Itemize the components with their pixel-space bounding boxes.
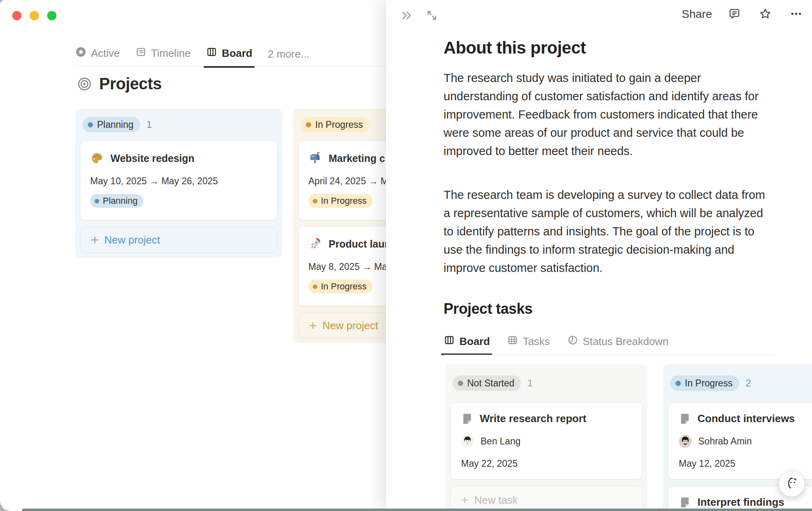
window-bottom-edge (22, 509, 812, 511)
task-column-not-started: Not Started 1 Write research report Ben … (445, 364, 647, 511)
view-tab-more[interactable]: 2 more... (268, 48, 310, 67)
new-task-label: New task (474, 494, 518, 507)
plus-icon: + (91, 233, 99, 246)
minimize-button[interactable] (30, 11, 39, 20)
side-peek-panel: Share About this project The research st… (386, 0, 812, 511)
view-tab-board[interactable]: Board (206, 46, 252, 67)
board-icon (444, 334, 455, 349)
tasks-tab-label: Board (459, 335, 490, 348)
pie-chart-icon (567, 334, 578, 349)
tasks-tab-status-breakdown[interactable]: Status Breakdown (567, 334, 669, 354)
expand-diagonal-icon (425, 9, 438, 23)
task-title: Conduct interviews (697, 412, 795, 425)
bullseye-icon (76, 76, 93, 92)
column-header: Not Started 1 (450, 369, 643, 402)
card-status-tag: In Progress (308, 280, 372, 293)
new-project-label: New project (323, 319, 378, 332)
card-title: Website redesign (110, 153, 195, 164)
column-count: 2 (746, 377, 751, 389)
assignee-name: Sohrab Amin (698, 436, 752, 447)
status-label: Planning (97, 119, 134, 130)
status-label: In Progress (685, 378, 733, 389)
about-heading[interactable]: About this project (444, 38, 586, 58)
share-button[interactable]: Share (682, 8, 712, 21)
task-title: Interpret findings (697, 496, 784, 509)
column-count: 1 (147, 119, 152, 130)
close-button[interactable] (12, 11, 22, 20)
palette-icon (90, 151, 104, 165)
view-tab-label: Board (222, 47, 252, 60)
status-label: In Progress (315, 119, 363, 130)
view-tab-label: 2 more... (268, 48, 310, 60)
status-dot (306, 122, 311, 127)
ellipsis-icon (790, 7, 803, 22)
card-date-range: May 10, 2025 → May 26, 2025 (90, 176, 267, 187)
view-tab-label: Active (91, 47, 120, 60)
plus-icon: + (461, 494, 469, 507)
about-paragraph-2[interactable]: The research team is developing a survey… (444, 186, 765, 277)
task-due-date: May 22, 2025 (461, 458, 632, 469)
new-project-label: New project (104, 234, 160, 246)
tag-label: Planning (103, 196, 138, 206)
task-due-date: May 12, 2025 (679, 458, 812, 469)
task-title: Write research report (480, 412, 587, 425)
double-chevron-right-icon (400, 9, 413, 23)
comments-button[interactable] (726, 6, 743, 23)
tasks-tab-label: Status Breakdown (583, 335, 669, 348)
more-options-button[interactable] (788, 6, 805, 23)
status-pill-in-progress[interactable]: In Progress (670, 375, 739, 391)
tasks-board: Not Started 1 Write research report Ben … (445, 364, 812, 511)
status-dot (313, 199, 317, 203)
rocket-icon (308, 237, 322, 251)
table-icon (507, 334, 518, 349)
view-tab-label: Timeline (151, 47, 191, 60)
card-status-tag: In Progress (308, 194, 372, 208)
star-icon (759, 7, 772, 22)
page-title[interactable]: Projects (99, 75, 162, 93)
view-tab-active[interactable]: Active (75, 46, 120, 67)
status-dot (88, 122, 93, 127)
page-icon (679, 496, 691, 509)
tasks-tab-label: Tasks (523, 335, 550, 348)
board-column-planning: Planning 1 Website redesign May 10, 2025… (75, 109, 282, 258)
status-label: Not Started (467, 378, 514, 389)
status-dot (676, 381, 681, 386)
open-full-page-button[interactable] (423, 7, 440, 24)
plus-icon: + (309, 319, 317, 332)
task-card-conduct-interviews[interactable]: Conduct interviews Sohrab Amin May 12, 2… (668, 402, 812, 479)
collapse-panel-button[interactable] (398, 7, 415, 24)
ben-lang-avatar (461, 435, 474, 448)
timeline-icon (135, 46, 147, 60)
traffic-lights (12, 11, 56, 20)
panel-toolbar-left (398, 7, 440, 24)
tasks-view-tabs: Board Tasks Status Breakdown (444, 334, 669, 354)
about-paragraph-1[interactable]: The research study was initiated to gain… (444, 69, 765, 160)
new-project-button[interactable]: + New project (80, 227, 277, 253)
status-dot (458, 381, 463, 386)
column-count: 1 (527, 377, 533, 389)
view-tab-timeline[interactable]: Timeline (135, 46, 191, 67)
tag-label: In Progress (321, 196, 367, 206)
status-pill-planning[interactable]: Planning (82, 117, 140, 132)
project-card-website-redesign[interactable]: Website redesign May 10, 2025 → May 26, … (80, 140, 277, 220)
zoom-button[interactable] (47, 11, 56, 20)
tasks-tab-board[interactable]: Board (444, 334, 490, 354)
project-tasks-heading[interactable]: Project tasks (444, 300, 533, 317)
page-icon (679, 413, 691, 425)
column-header: Planning 1 (80, 114, 277, 140)
new-task-button[interactable]: + New task (450, 486, 643, 511)
task-card-write-research-report[interactable]: Write research report Ben Lang May 22, 2… (450, 402, 643, 479)
notion-ai-face-icon (783, 474, 801, 494)
panel-toolbar-right: Share (682, 6, 805, 23)
tag-label: In Progress (321, 281, 367, 292)
status-pill-not-started[interactable]: Not Started (453, 375, 521, 391)
tasks-tab-tasks[interactable]: Tasks (507, 334, 550, 354)
star-circle-icon (75, 46, 87, 60)
assignee-name: Ben Lang (481, 436, 520, 447)
status-pill-in-progress[interactable]: In Progress (301, 117, 370, 132)
column-header: In Progress 2 (668, 369, 812, 402)
page-title-row: Projects (76, 75, 162, 93)
favorite-button[interactable] (757, 6, 774, 23)
card-title: Product laun (329, 238, 391, 250)
notion-ai-button[interactable] (779, 471, 805, 497)
